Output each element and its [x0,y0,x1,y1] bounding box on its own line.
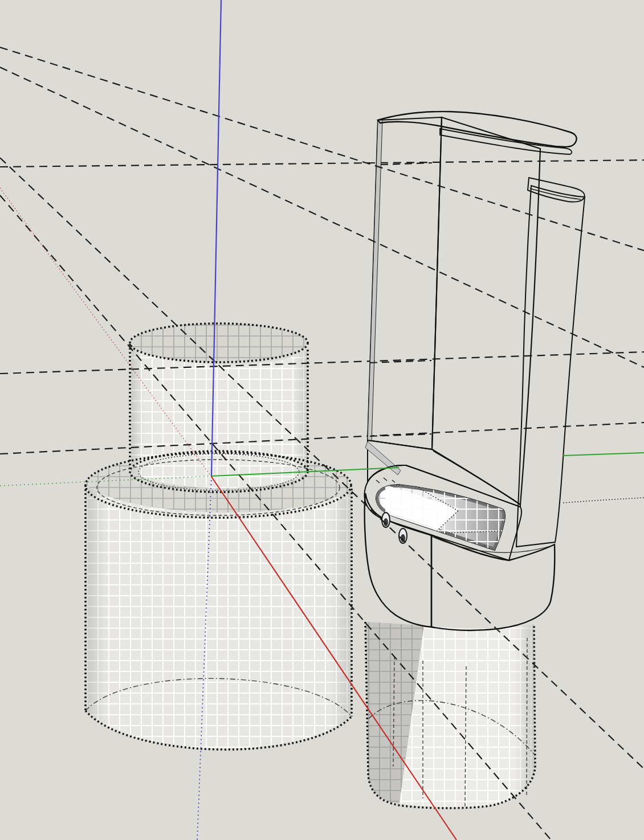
viewport-canvas[interactable] [0,0,644,840]
modeling-viewport[interactable] [0,0,644,840]
ghost-cylinder-large[interactable] [85,453,352,748]
large-cylinder-shading [85,485,352,748]
ghost-pill-volume[interactable] [365,622,535,808]
